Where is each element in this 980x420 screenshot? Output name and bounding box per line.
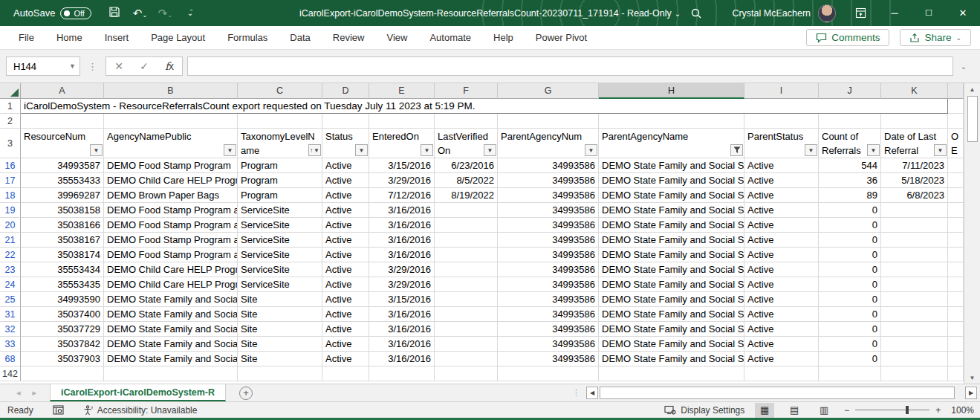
cell[interactable]: 34993586 <box>498 173 599 188</box>
row-number[interactable]: 1 <box>0 99 21 114</box>
cell[interactable]: 35038167 <box>21 233 104 248</box>
cell[interactable] <box>21 366 104 381</box>
cell[interactable]: Active <box>744 218 819 233</box>
cell[interactable]: DEMO State Family and Socia <box>104 307 238 322</box>
cell[interactable]: 34993586 <box>498 322 599 337</box>
cell[interactable] <box>881 248 948 262</box>
cell[interactable] <box>435 218 498 233</box>
cancel-icon[interactable]: ✕ <box>106 60 132 72</box>
cell[interactable]: Active <box>322 188 369 203</box>
cell[interactable]: DEMO State Family and Social S <box>599 248 744 262</box>
cell[interactable]: Active <box>744 292 819 307</box>
cell[interactable]: 34993586 <box>498 337 599 352</box>
cell[interactable]: Site <box>238 337 322 352</box>
cell[interactable]: 3/29/2016 <box>369 173 435 188</box>
cell[interactable] <box>948 114 964 129</box>
cell[interactable]: DEMO State Family and Socia <box>104 352 238 366</box>
column-header-D[interactable]: D <box>322 83 369 99</box>
cell[interactable]: DEMO State Family and Socia <box>104 292 238 307</box>
cell[interactable]: Active <box>322 173 369 188</box>
cell[interactable] <box>498 114 599 129</box>
ribbon-tab-page-layout[interactable]: Page Layout <box>140 26 216 49</box>
cell[interactable] <box>322 366 369 381</box>
cell[interactable]: 0 <box>819 218 881 233</box>
cell[interactable]: 0 <box>819 277 881 292</box>
close-button[interactable]: ✕ <box>946 0 980 26</box>
cell[interactable]: Program <box>238 173 322 188</box>
tab-scroll-splitter[interactable]: ⋮ <box>572 388 580 398</box>
field-header-cell[interactable]: EnteredOn▼ <box>369 129 435 158</box>
ribbon-tab-help[interactable]: Help <box>482 26 525 49</box>
scroll-left-icon[interactable]: ◀ <box>586 387 598 399</box>
cell[interactable]: Active <box>322 158 369 173</box>
cell[interactable]: Site <box>238 292 322 307</box>
scroll-right-icon[interactable]: ▶ <box>965 387 977 399</box>
cell[interactable]: DEMO State Family and Social S <box>599 158 744 173</box>
cell[interactable] <box>819 366 881 381</box>
filter-dropdown-icon[interactable]: ▼ <box>805 144 817 156</box>
row-number[interactable]: 3 <box>0 129 21 158</box>
filter-dropdown-icon[interactable]: ▼ <box>867 144 880 156</box>
search-icon[interactable] <box>690 7 702 19</box>
cell[interactable]: 35037729 <box>21 322 104 337</box>
cell[interactable] <box>881 262 948 277</box>
ribbon-tab-file[interactable]: File <box>7 26 45 49</box>
cell[interactable] <box>948 277 964 292</box>
cell[interactable]: ServiceSite <box>238 203 322 218</box>
row-number[interactable]: 142 <box>0 366 21 381</box>
cell[interactable] <box>435 262 498 277</box>
cell[interactable]: 34993586 <box>498 352 599 366</box>
cell[interactable]: 89 <box>819 188 881 203</box>
zoom-in-icon[interactable]: + <box>935 405 941 416</box>
filter-dropdown-icon[interactable]: ▼ <box>585 144 597 156</box>
customize-qat-icon[interactable]: ⌄̄ <box>184 9 197 17</box>
cell[interactable] <box>322 114 369 129</box>
cell[interactable] <box>948 352 964 366</box>
column-header-I[interactable]: I <box>744 83 819 99</box>
cell[interactable]: Active <box>744 158 819 173</box>
column-header-B[interactable]: B <box>104 83 238 99</box>
filter-dropdown-icon[interactable]: ▼ <box>421 144 433 156</box>
cell[interactable]: DEMO State Family and Social S <box>599 233 744 248</box>
cell[interactable]: 0 <box>819 233 881 248</box>
autosave-control[interactable]: AutoSave Off <box>13 7 91 19</box>
cell[interactable]: DEMO State Family and Social S <box>599 322 744 337</box>
ribbon-display-options-icon[interactable] <box>843 0 877 26</box>
field-header-cell[interactable]: TaxonomyLevelName↑▼ <box>238 129 322 158</box>
cell[interactable]: Active <box>322 233 369 248</box>
cell[interactable] <box>435 337 498 352</box>
cell[interactable]: DEMO State Family and Social S <box>599 203 744 218</box>
cell[interactable]: Active <box>322 352 369 366</box>
ribbon-tab-automate[interactable]: Automate <box>418 26 482 49</box>
cell[interactable]: 36 <box>819 173 881 188</box>
row-number[interactable]: 32 <box>0 322 21 337</box>
cell[interactable]: Active <box>322 292 369 307</box>
cell[interactable]: Active <box>744 262 819 277</box>
cell[interactable] <box>948 99 964 114</box>
cell[interactable]: Site <box>238 322 322 337</box>
horizontal-scrollbar[interactable]: ◀ ▶ <box>586 384 980 401</box>
row-number[interactable]: 2 <box>0 114 21 129</box>
cell[interactable]: 3/16/2016 <box>369 307 435 322</box>
select-all-corner[interactable] <box>0 83 21 99</box>
zoom-level[interactable]: 100% <box>951 405 974 416</box>
ribbon-tab-insert[interactable]: Insert <box>94 26 140 49</box>
cell[interactable]: 3/16/2016 <box>369 322 435 337</box>
cell[interactable] <box>881 277 948 292</box>
cell[interactable]: Active <box>322 262 369 277</box>
cell[interactable] <box>948 292 964 307</box>
column-header-F[interactable]: F <box>435 83 498 99</box>
cell[interactable] <box>435 233 498 248</box>
cell[interactable]: Active <box>744 307 819 322</box>
cell[interactable]: 0 <box>819 322 881 337</box>
filter-dropdown-icon[interactable]: ▼ <box>224 144 236 156</box>
cell[interactable] <box>104 114 238 129</box>
cell[interactable] <box>948 203 964 218</box>
cell[interactable]: DEMO State Family and Social S <box>599 292 744 307</box>
cell[interactable]: Active <box>322 277 369 292</box>
cell[interactable] <box>369 366 435 381</box>
cell[interactable]: 8/5/2022 <box>435 173 498 188</box>
export-note-cell[interactable]: iCarolDemoSystem - ResourceReferralsCoun… <box>21 99 948 114</box>
cell[interactable]: 34993590 <box>21 292 104 307</box>
cell[interactable]: 3/29/2016 <box>369 262 435 277</box>
